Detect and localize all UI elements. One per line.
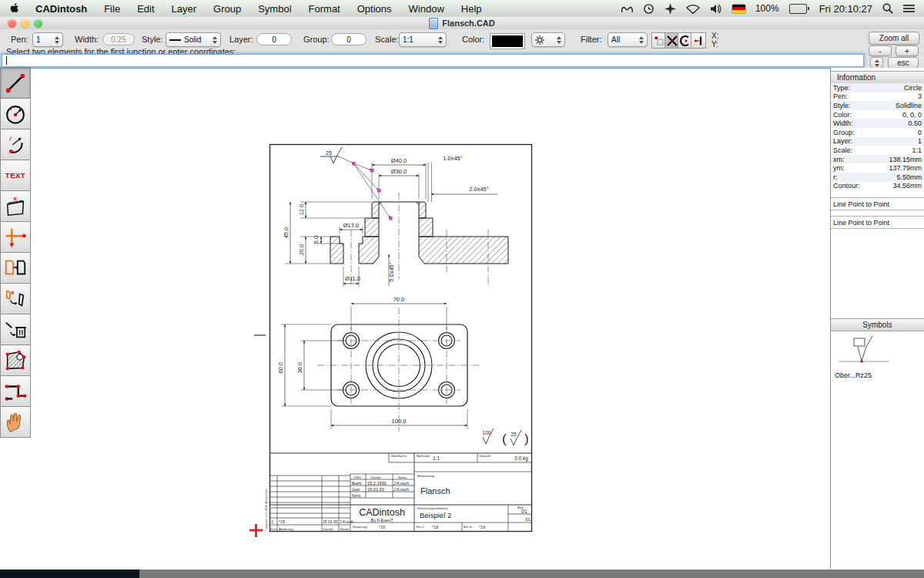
selection-handle[interactable]	[389, 217, 393, 220]
snap-intersection-icon	[667, 35, 678, 46]
battery-icon	[789, 4, 809, 14]
wifi-icon[interactable]	[686, 4, 700, 14]
style-select[interactable]: Solid	[166, 32, 221, 47]
drawing-canvas[interactable]: Ø40.0 1.0x45° Ø30.0 2.0x45° 12.0 45.0 20…	[32, 68, 830, 569]
tool-text[interactable]: TEXT	[0, 160, 31, 191]
menu-options[interactable]: Options	[349, 3, 400, 15]
titleblock-label: Änderung	[279, 527, 293, 531]
delete-tool-icon	[3, 318, 28, 342]
information-panel-header[interactable]: Information	[831, 71, 924, 84]
screen: CADintosh File Edit Layer Group Symbol F…	[0, 0, 924, 578]
titleblock-label: Zeichnungsnummer)	[417, 506, 448, 510]
time-machine-icon[interactable]	[643, 3, 654, 15]
menu-group[interactable]: Group	[205, 3, 249, 15]
menu-edit[interactable]: Edit	[129, 3, 162, 15]
menu-file[interactable]: File	[95, 3, 129, 15]
titleblock-label: Ursprung)	[353, 525, 368, 529]
snap-endpoint-button[interactable]	[691, 32, 706, 49]
section-view	[330, 193, 508, 287]
stepper-arrows-icon	[209, 36, 217, 44]
info-row: Scale:1:1	[831, 146, 924, 155]
tool-circle[interactable]: r	[0, 98, 31, 129]
info-row: Contour:34.56mm	[831, 182, 924, 191]
filter-select[interactable]: All	[608, 32, 648, 47]
volume-icon[interactable]	[710, 4, 722, 14]
group-field[interactable]: 0	[331, 33, 367, 45]
selection-handle[interactable]	[352, 162, 356, 166]
pen-select[interactable]: 1	[32, 32, 63, 47]
tool-dimension[interactable]: x	[0, 190, 31, 222]
line-tool-icon	[3, 71, 28, 96]
titleblock-label: Benennung	[417, 474, 435, 478]
copy-tool-icon	[3, 256, 28, 281]
tool-hatch[interactable]	[0, 344, 31, 376]
window-title-bar[interactable]: Flansch.CAD	[0, 17, 924, 30]
copyright-note: Copyright nach DIN 34 beachten	[265, 489, 268, 531]
selection-handle[interactable]	[370, 169, 374, 173]
apple-menu[interactable]	[0, 2, 27, 15]
scale-select[interactable]: 1:1	[399, 32, 447, 47]
titleblock-label: Ers.f.:	[417, 525, 425, 529]
menu-app[interactable]: CADintosh	[27, 3, 95, 15]
pen-settings-select[interactable]	[531, 32, 565, 47]
tool-pan[interactable]	[0, 406, 31, 438]
titleblock-value: J.Kusch	[393, 481, 409, 486]
navigation-icon[interactable]	[665, 3, 676, 15]
notification-center-icon[interactable]	[903, 4, 915, 13]
stepper-arrows-icon	[434, 36, 443, 44]
info-entry[interactable]: Line Point to Point	[831, 199, 924, 209]
scale-label: Scale:	[375, 35, 399, 44]
width-field[interactable]: 0.25	[102, 33, 135, 45]
dim-label: 5.0x45°	[388, 262, 395, 282]
selection-handle[interactable]	[377, 189, 381, 193]
dim-label: Ø17.0	[343, 222, 359, 229]
svg-text:(: (	[502, 432, 507, 446]
symbols-panel-header[interactable]: Symbols	[831, 318, 924, 331]
snap-center-icon	[680, 35, 691, 46]
phone-icon[interactable]	[621, 3, 633, 14]
surface-symbol-preview[interactable]	[839, 334, 892, 370]
part-name: Flansch	[420, 486, 450, 496]
zoom-all-button[interactable]: Zoom all	[869, 32, 919, 45]
tool-arc[interactable]: r	[0, 129, 31, 160]
svg-text:25: 25	[511, 432, 517, 437]
selection-leaders[interactable]	[339, 156, 393, 220]
tool-delete[interactable]	[0, 314, 31, 345]
spotlight-icon[interactable]	[882, 3, 893, 14]
zoom-out-button[interactable]: -	[869, 45, 892, 56]
zoom-in-button[interactable]: +	[896, 45, 919, 56]
svg-text:25: 25	[326, 150, 332, 156]
snap-grid-icon	[654, 35, 665, 46]
titleblock-value: ^15	[279, 519, 285, 524]
titleblock-value: 1:1	[433, 455, 440, 461]
keyboard-layout-flag-icon[interactable]	[732, 5, 745, 13]
menu-layer[interactable]: Layer	[163, 3, 206, 15]
esc-button[interactable]: esc	[888, 57, 919, 69]
battery-percent: 100%	[755, 3, 779, 14]
menu-window[interactable]: Window	[400, 3, 453, 15]
tool-modify[interactable]: x	[0, 283, 31, 314]
svg-text:x: x	[11, 289, 15, 296]
dim-label: Ø40.0	[391, 157, 407, 164]
tool-line[interactable]	[0, 67, 31, 99]
svg-text:100: 100	[483, 430, 491, 435]
layer-field[interactable]: 0	[256, 33, 292, 45]
titleblock-value: ^18	[432, 525, 438, 529]
info-entry[interactable]: Line Point to Point	[831, 217, 924, 227]
tool-copy[interactable]	[0, 252, 31, 284]
command-input[interactable]	[2, 54, 864, 67]
surface-marks: 100 ( 25 )	[483, 428, 529, 446]
tool-ortho[interactable]	[0, 221, 31, 253]
color-swatch[interactable]	[490, 33, 525, 49]
menu-symbol[interactable]: Symbol	[249, 3, 300, 15]
titleblock-label: Bearb.	[352, 482, 363, 486]
pen-label: Pen:	[11, 35, 28, 44]
tool-polyline[interactable]	[0, 375, 31, 407]
menu-help[interactable]: Help	[453, 3, 490, 15]
history-stepper[interactable]	[870, 57, 883, 69]
dim-label: 70.0	[393, 296, 405, 303]
symbol-label[interactable]: Ober...Rz25	[835, 371, 872, 379]
menu-clock[interactable]: Fri 20:10:27	[819, 3, 872, 15]
menu-format[interactable]: Format	[300, 3, 349, 15]
divider	[831, 228, 924, 229]
